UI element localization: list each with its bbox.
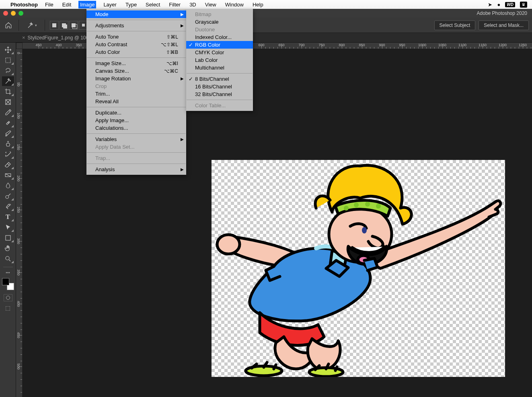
- menu-help[interactable]: Help: [251, 1, 265, 8]
- menu-image[interactable]: Image: [78, 1, 96, 8]
- tool-magic-wand[interactable]: [2, 76, 14, 86]
- image-menu-item-duplicate-[interactable]: Duplicate...: [86, 109, 186, 117]
- image-menu-item-mode[interactable]: Mode▶: [86, 10, 186, 18]
- svg-point-7: [217, 235, 240, 254]
- tool-clone[interactable]: [2, 139, 14, 149]
- tool-blur[interactable]: [2, 181, 14, 190]
- ruler-h-label: 1250: [519, 43, 527, 47]
- ruler-origin[interactable]: [16, 43, 23, 49]
- app-name[interactable]: Photoshop: [10, 2, 38, 8]
- mode-menu-item-cmyk-color[interactable]: CMYK Color: [186, 49, 253, 56]
- ruler-vertical[interactable]: 050100150200250300350400450500: [16, 49, 23, 397]
- image-menu-item-calculations-[interactable]: Calculations...: [86, 124, 186, 132]
- tool-history-brush[interactable]: [2, 149, 14, 159]
- status-dot-icon[interactable]: ●: [497, 2, 500, 8]
- mode-menu-item-32-bits-channel[interactable]: 32 Bits/Channel: [186, 90, 253, 98]
- shortcut-label: ⌥⌘C: [164, 68, 178, 74]
- tool-move[interactable]: [2, 45, 14, 55]
- menu-type[interactable]: Type: [124, 1, 138, 8]
- tool-gradient[interactable]: [2, 170, 14, 180]
- mode-menu-item-label: Lab Color: [195, 57, 218, 63]
- image-menu-item-auto-tone[interactable]: Auto Tone⇧⌘L: [86, 33, 186, 41]
- menu-layer[interactable]: Layer: [102, 1, 118, 8]
- quick-mask-button[interactable]: [4, 294, 12, 301]
- mode-menu-item-grayscale[interactable]: Grayscale: [186, 18, 253, 26]
- tool-brush[interactable]: [2, 129, 14, 138]
- menu-file[interactable]: File: [43, 1, 55, 8]
- menu-view[interactable]: View: [203, 1, 218, 8]
- mode-menu-item-label: Multichannel: [195, 65, 224, 71]
- image-menu-item-trim-[interactable]: Trim...: [86, 90, 186, 98]
- image-menu-item-image-size-[interactable]: Image Size...⌥⌘I: [86, 59, 186, 67]
- foreground-color-swatch[interactable]: [2, 278, 9, 285]
- tool-healing[interactable]: [2, 118, 14, 128]
- current-tool-icon[interactable]: ▾: [24, 20, 40, 31]
- mode-menu-item-8-bits-channel[interactable]: ✓8 Bits/Channel: [186, 75, 253, 83]
- ruler-h-label: 900: [379, 43, 385, 47]
- mode-menu-item-indexed-color-[interactable]: Indexed Color...: [186, 33, 253, 41]
- image-menu-item-reveal-all[interactable]: Reveal All: [86, 98, 186, 105]
- image-menu-item-label: Duplicate...: [95, 110, 121, 116]
- color-swatches[interactable]: [2, 278, 14, 290]
- image-menu-item-canvas-size-[interactable]: Canvas Size...⌥⌘C: [86, 67, 186, 75]
- submenu-arrow-icon: ▶: [181, 12, 184, 16]
- close-tab-icon[interactable]: ×: [22, 35, 25, 41]
- home-button[interactable]: [3, 20, 14, 31]
- tool-path-select[interactable]: [2, 223, 14, 232]
- location-icon[interactable]: ➤: [488, 2, 492, 8]
- tool-frame[interactable]: [2, 97, 14, 107]
- mode-submenu-dropdown: BitmapGrayscaleDuotoneIndexed Color...✓R…: [186, 9, 253, 111]
- image-menu-item-adjustments[interactable]: Adjustments▶: [86, 22, 186, 29]
- document-tab[interactable]: × StylizedFigure_1.png @ 100: [18, 35, 92, 41]
- tool-lasso[interactable]: [2, 66, 14, 76]
- ruler-v-label: 100: [16, 113, 21, 119]
- tool-eraser[interactable]: [2, 160, 14, 170]
- mode-menu-item-lab-color[interactable]: Lab Color: [186, 56, 253, 64]
- tool-zoom[interactable]: [2, 254, 14, 264]
- edit-toolbar-button[interactable]: •••: [6, 270, 10, 275]
- selection-new-button[interactable]: [50, 21, 59, 30]
- image-menu-item-variables[interactable]: Variables▶: [86, 135, 186, 143]
- menu-window[interactable]: Window: [224, 1, 245, 8]
- svg-rect-5: [6, 235, 10, 240]
- submenu-arrow-icon: ▶: [181, 137, 184, 141]
- tool-shape[interactable]: [2, 233, 14, 243]
- ruler-v-label: 300: [16, 238, 21, 244]
- image-menu-item-auto-contrast[interactable]: Auto Contrast⌥⇧⌘L: [86, 41, 186, 48]
- ruler-v-label: 150: [16, 144, 21, 150]
- menu-select[interactable]: Select: [144, 1, 162, 8]
- selection-subtract-button[interactable]: [69, 21, 78, 30]
- menu-3d[interactable]: 3D: [188, 1, 198, 8]
- menu-filter[interactable]: Filter: [167, 1, 182, 8]
- select-and-mask-button[interactable]: Select and Mask...: [479, 20, 529, 30]
- document-canvas[interactable]: [212, 160, 505, 377]
- tool-type[interactable]: T: [2, 212, 14, 222]
- tool-pen[interactable]: [2, 202, 14, 211]
- mode-menu-item-16-bits-channel[interactable]: 16 Bits/Channel: [186, 83, 253, 90]
- wd-badge[interactable]: WD: [505, 2, 515, 7]
- tool-hand[interactable]: [2, 244, 14, 253]
- mode-menu-item-rgb-color[interactable]: ✓RGB Color: [186, 41, 253, 49]
- tool-eyedropper[interactable]: [2, 108, 14, 117]
- tool-crop[interactable]: [2, 87, 14, 96]
- image-menu-item-auto-color[interactable]: Auto Color⇧⌘B: [86, 48, 186, 56]
- selection-add-button[interactable]: [60, 21, 68, 30]
- image-menu-item-label: Adjustments: [95, 23, 124, 29]
- options-bar: ▾ Select Subject Select and Mask...: [0, 18, 532, 33]
- mode-menu-item-multichannel[interactable]: Multichannel: [186, 64, 253, 72]
- image-menu-item-image-rotation[interactable]: Image Rotation▶: [86, 75, 186, 82]
- mode-menu-item-label: 32 Bits/Channel: [195, 91, 232, 97]
- crown-icon[interactable]: ♛: [520, 2, 527, 8]
- window-close-button[interactable]: [3, 11, 8, 16]
- select-subject-button[interactable]: Select Subject: [434, 20, 476, 30]
- image-menu-separator: [87, 133, 186, 134]
- image-menu-item-analysis[interactable]: Analysis▶: [86, 166, 186, 173]
- check-icon: ✓: [189, 76, 193, 82]
- window-minimize-button[interactable]: [11, 11, 16, 16]
- screen-mode-button[interactable]: ⬚: [5, 305, 10, 311]
- tool-marquee[interactable]: [2, 55, 14, 65]
- image-menu-item-apply-image-[interactable]: Apply Image...: [86, 117, 186, 124]
- menu-edit[interactable]: Edit: [61, 1, 73, 8]
- window-zoom-button[interactable]: [18, 11, 23, 16]
- tool-dodge[interactable]: [2, 191, 14, 201]
